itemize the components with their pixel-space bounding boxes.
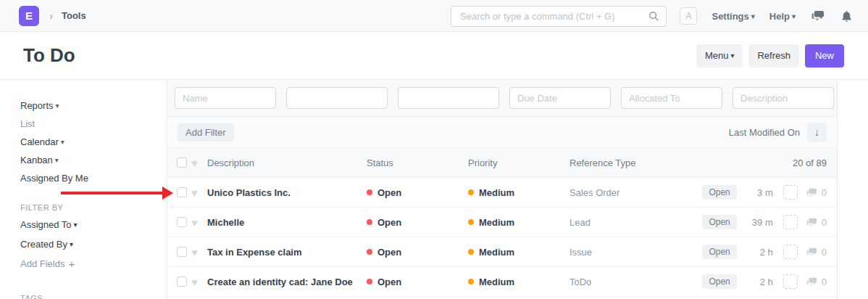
row-subject[interactable]: Create an identity cad: Jane Doe (207, 277, 367, 287)
navbar-right: A Settings▾ Help▾ (680, 0, 852, 32)
sidebar-item-list[interactable]: List (20, 115, 167, 133)
sidebar-filter-assigned-to[interactable]: Assigned To▾ (20, 215, 167, 234)
like-heart-icon[interactable]: ♥ (191, 216, 207, 229)
status-badge: Open (702, 215, 736, 229)
plus-icon: + (68, 258, 75, 270)
row-checkbox[interactable] (177, 247, 187, 257)
like-heart-icon[interactable]: ♥ (191, 246, 207, 258)
sidebar-item-calendar[interactable]: Calendar▾ (20, 133, 167, 151)
assign-placeholder[interactable] (783, 245, 798, 259)
priority-medium-dot (468, 249, 474, 255)
app-logo[interactable]: E (19, 6, 39, 26)
status-open-dot (367, 279, 372, 284)
app-logo-letter: E (25, 9, 33, 22)
sidebar: Reports▾ List Calendar▾ Kanban▾ Assigned… (0, 80, 167, 299)
status-open-dot (367, 189, 372, 195)
chevron-down-icon: ▾ (70, 240, 73, 248)
modified-time: 2 h (746, 247, 773, 258)
comment-count: 0 (822, 247, 827, 258)
list-view: Add Filter Last Modified On ↓ ♥ Descript… (167, 80, 838, 299)
row-subject[interactable]: Michelle (207, 217, 367, 228)
sidebar-item-reports[interactable]: Reports▾ (20, 97, 167, 115)
row-priority: Medium (479, 247, 514, 258)
filter-input-name[interactable] (175, 87, 276, 109)
sort-direction-button[interactable]: ↓ (807, 123, 827, 142)
table-row[interactable]: ♥ Michelle Open Medium Lead Open 39 m 0 (167, 208, 837, 237)
priority-medium-dot (468, 219, 474, 225)
row-status: Open (377, 187, 401, 198)
row-reference-type: Issue (569, 247, 702, 258)
row-checkbox[interactable] (177, 187, 187, 197)
avatar-letter: A (685, 11, 691, 21)
row-status: Open (377, 277, 401, 287)
page-title: To Do (23, 44, 75, 67)
help-menu[interactable]: Help▾ (769, 11, 796, 22)
list-header: ♥ Description Status Priority Reference … (167, 148, 837, 178)
comment-icon (806, 218, 818, 227)
like-heart-icon[interactable]: ♥ (191, 276, 207, 288)
new-button[interactable]: New (805, 44, 844, 67)
assign-placeholder[interactable] (783, 215, 798, 229)
table-row[interactable]: ♥ Unico Plastics Inc. Open Medium Sales … (167, 178, 837, 208)
row-status: Open (377, 217, 401, 228)
status-badge: Open (702, 245, 736, 259)
breadcrumb[interactable]: Tools (62, 10, 86, 21)
standard-filter-row (167, 80, 837, 117)
page-actions: Menu▾ Refresh New (696, 44, 844, 67)
priority-medium-dot (468, 189, 474, 195)
filter-actions-row: Add Filter Last Modified On ↓ (167, 117, 837, 148)
status-badge: Open (702, 185, 736, 200)
comment-count: 0 (822, 277, 827, 287)
chevron-down-icon: ▾ (792, 12, 796, 20)
filter-input-allocated-to[interactable] (621, 87, 722, 109)
column-reference-type: Reference Type (569, 157, 793, 168)
annotation-arrow-line (61, 192, 162, 194)
filter-input-due-date[interactable] (509, 87, 611, 109)
table-row[interactable]: ♥ Tax in Expense claim Open Medium Issue… (167, 237, 837, 267)
comment-icon (806, 277, 818, 287)
sidebar-filter-created-by[interactable]: Created By▾ (20, 234, 167, 254)
sidebar-add-fields[interactable]: Add Fields+ (20, 254, 167, 274)
filter-input-3[interactable] (398, 87, 499, 109)
row-checkbox[interactable] (177, 277, 187, 287)
menu-button[interactable]: Menu▾ (696, 44, 743, 67)
select-all-checkbox[interactable] (177, 157, 187, 168)
like-heart-icon[interactable]: ♥ (191, 187, 207, 199)
heart-icon: ♥ (191, 157, 207, 169)
sidebar-item-assigned-by-me[interactable]: Assigned By Me (20, 169, 167, 187)
status-open-dot (367, 219, 372, 225)
row-status: Open (377, 247, 401, 258)
chevron-down-icon: ▾ (55, 156, 59, 164)
add-filter-button[interactable]: Add Filter (178, 123, 234, 142)
tags-heading: TAGS (20, 291, 167, 299)
filter-input-description[interactable] (733, 87, 834, 109)
modified-time: 2 h (746, 277, 773, 287)
row-subject[interactable]: Unico Plastics Inc. (207, 187, 367, 198)
chevron-down-icon: ▾ (730, 52, 734, 60)
settings-menu[interactable]: Settings▾ (711, 11, 754, 22)
assign-placeholder[interactable] (783, 274, 798, 289)
assign-placeholder[interactable] (783, 185, 798, 200)
comment-icon (806, 247, 818, 257)
sort-field-label[interactable]: Last Modified On (729, 127, 800, 138)
row-subject[interactable]: Tax in Expense claim (207, 247, 367, 258)
column-status: Status (367, 157, 468, 168)
chevron-down-icon: ▾ (751, 12, 755, 20)
refresh-button[interactable]: Refresh (748, 44, 799, 67)
sidebar-item-kanban[interactable]: Kanban▾ (20, 151, 167, 169)
sort-down-icon: ↓ (814, 126, 819, 138)
table-row[interactable]: ♥ Create an identity cad: Jane Doe Open … (167, 267, 837, 297)
filter-input-2[interactable] (286, 87, 388, 109)
chevron-down-icon: ▾ (56, 102, 59, 110)
row-checkbox[interactable] (177, 217, 187, 227)
user-avatar[interactable]: A (680, 7, 697, 25)
row-reference-type: ToDo (569, 277, 702, 287)
comment-icon (806, 188, 818, 197)
notifications-bell-icon[interactable] (841, 10, 852, 22)
comment-count: 0 (822, 217, 827, 228)
chat-icon[interactable] (811, 10, 825, 22)
page-head: To Do Menu▾ Refresh New (0, 32, 868, 80)
annotation-arrow-head (162, 187, 173, 200)
search-input[interactable] (451, 7, 648, 26)
record-count[interactable]: 20 of 89 (793, 157, 827, 168)
